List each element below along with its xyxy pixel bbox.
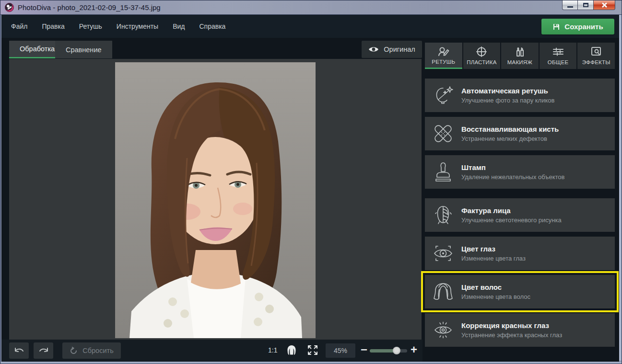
tool-text: Восстанавливающая кисть Устранение мелки… [461, 125, 559, 142]
menubar: Файл Правка Ретушь Инструменты Вид Справ… [1, 15, 619, 38]
reset-button-label: Сбросить [82, 347, 113, 354]
tab-comparison-label: Сравнение [66, 46, 102, 54]
face-texture-icon [425, 204, 461, 226]
menu-tools[interactable]: Инструменты [117, 23, 158, 30]
tool-face-texture[interactable]: Фактура лица Улучшение светотеневого рис… [425, 198, 615, 232]
fit-to-screen-button[interactable] [306, 344, 319, 358]
redo-icon [38, 347, 49, 354]
zoom-out-button[interactable]: − [361, 343, 367, 356]
menu-help[interactable]: Справка [199, 23, 225, 30]
plastic-icon [476, 46, 487, 57]
panel-tabs: РЕТУШЬ ПЛАСТИКА МАКИЯЖ ОБЩЕЕ ЭФФЕКТЫ [425, 43, 615, 69]
hair-color-icon [425, 281, 461, 303]
tool-healing-brush[interactable]: Восстанавливающая кисть Устранение мелки… [425, 117, 615, 150]
tool-title: Штамп [461, 163, 564, 171]
tool-eye-color[interactable]: Цвет глаз Изменение цвета глаз [425, 237, 615, 270]
tool-text: Цвет глаз Изменение цвета глаз [461, 245, 526, 262]
fit-to-face-button[interactable] [285, 344, 298, 358]
tool-subtitle: Удаление нежелательных объектов [461, 173, 564, 181]
right-panel: РЕТУШЬ ПЛАСТИКА МАКИЯЖ ОБЩЕЕ ЭФФЕКТЫ [425, 43, 615, 69]
reset-icon [70, 347, 78, 355]
tool-text: Штамп Удаление нежелательных объектов [461, 163, 564, 181]
face-icon [285, 344, 298, 356]
redo-button[interactable] [34, 342, 53, 359]
tool-title: Восстанавливающая кисть [461, 125, 559, 133]
tool-subtitle: Улучшение светотеневого рисунка [461, 216, 562, 224]
save-button-label: Сохранить [564, 23, 603, 31]
save-icon [552, 23, 560, 31]
tool-subtitle: Изменение цвета волос [461, 293, 530, 300]
statusbar: Сбросить 1:1 45% − + [1, 340, 422, 362]
minimize-icon [567, 6, 573, 8]
original-button[interactable]: Оригинал [362, 41, 422, 58]
photo-canvas[interactable] [9, 59, 422, 340]
effects-icon [590, 46, 602, 57]
close-icon [601, 2, 608, 8]
retouch-icon [438, 46, 449, 57]
tool-title: Цвет волос [461, 283, 530, 291]
menu-view[interactable]: Вид [173, 23, 185, 30]
tool-subtitle: Устранение эффекта красных глаз [461, 331, 562, 339]
tool-text: Автоматическая ретушь Улучшение фото за … [461, 87, 554, 104]
general-icon [552, 46, 564, 57]
panel-tab-general[interactable]: ОБЩЕЕ [540, 43, 577, 69]
tool-subtitle: Улучшение фото за пару кликов [461, 97, 554, 104]
tool-hair-color[interactable]: Цвет волос Изменение цвета волос [425, 275, 615, 308]
auto-retouch-icon [425, 84, 461, 106]
tool-stamp[interactable]: Штамп Удаление нежелательных объектов [425, 155, 615, 189]
menu-edit[interactable]: Правка [42, 23, 64, 30]
red-eye-icon [425, 319, 461, 341]
menu-file[interactable]: Файл [11, 23, 27, 30]
eye-color-icon [425, 242, 461, 264]
panel-tab-retouch-label: РЕТУШЬ [432, 59, 455, 65]
eye-icon [368, 46, 379, 53]
zoom-value-label: 45% [334, 347, 347, 354]
zoom-slider-handle[interactable] [393, 347, 400, 354]
close-button[interactable] [594, 0, 615, 10]
stamp-icon [425, 161, 461, 183]
tool-title: Фактура лица [461, 206, 562, 215]
save-button[interactable]: Сохранить [541, 19, 614, 34]
undo-icon [14, 347, 24, 354]
undo-button[interactable] [9, 342, 29, 359]
panel-tab-plastic[interactable]: ПЛАСТИКА [463, 43, 501, 69]
titlebar: PhotoDiva - photo_2021-02-09_15-37-45.jp… [0, 0, 622, 15]
panel-tab-effects-label: ЭФФЕКТЫ [582, 59, 610, 65]
tab-comparison[interactable]: Сравнение [55, 41, 112, 58]
tool-text: Фактура лица Улучшение светотеневого рис… [461, 206, 562, 224]
maximize-button[interactable] [578, 0, 594, 10]
menu-retouch[interactable]: Ретушь [79, 23, 102, 30]
healing-brush-icon [425, 123, 461, 145]
panel-tab-effects[interactable]: ЭФФЕКТЫ [577, 43, 615, 69]
zoom-slider[interactable] [370, 349, 407, 353]
makeup-icon [514, 46, 526, 57]
panel-tab-makeup-label: МАКИЯЖ [507, 59, 532, 65]
maximize-icon [583, 3, 588, 7]
photodiva-window: PhotoDiva - photo_2021-02-09_15-37-45.jp… [0, 0, 622, 364]
window-controls [562, 0, 615, 10]
zoom-in-button[interactable]: + [411, 343, 417, 356]
panel-tab-retouch[interactable]: РЕТУШЬ [425, 43, 462, 69]
tool-subtitle: Устранение мелких дефектов [461, 135, 559, 142]
tool-title: Цвет глаз [461, 245, 526, 253]
window-title: PhotoDiva - photo_2021-02-09_15-37-45.jp… [18, 3, 161, 11]
tool-text: Коррекция красных глаз Устранение эффект… [461, 321, 562, 339]
tool-subtitle: Изменение цвета глаз [461, 255, 526, 262]
minimize-button[interactable] [562, 0, 578, 10]
tool-red-eye-correction[interactable]: Коррекция красных глаз Устранение эффект… [425, 313, 615, 347]
reset-button[interactable]: Сбросить [62, 342, 121, 359]
original-button-label: Оригинал [384, 46, 415, 53]
app-content: Файл Правка Ретушь Инструменты Вид Справ… [1, 15, 619, 362]
zoom-value: 45% [326, 343, 355, 358]
photodiva-logo-icon [5, 3, 14, 12]
tool-title: Автоматическая ретушь [461, 87, 554, 95]
portrait-photo [115, 62, 316, 338]
panel-tab-plastic-label: ПЛАСТИКА [467, 59, 496, 65]
tab-processing-label: Обработка [20, 45, 55, 53]
expand-icon [306, 344, 319, 356]
tool-auto-retouch[interactable]: Автоматическая ретушь Улучшение фото за … [425, 79, 615, 112]
tool-text: Цвет волос Изменение цвета волос [461, 283, 530, 300]
scale-1to1-button[interactable]: 1:1 [268, 346, 277, 354]
panel-tab-general-label: ОБЩЕЕ [548, 59, 569, 65]
panel-tab-makeup[interactable]: МАКИЯЖ [501, 43, 539, 69]
